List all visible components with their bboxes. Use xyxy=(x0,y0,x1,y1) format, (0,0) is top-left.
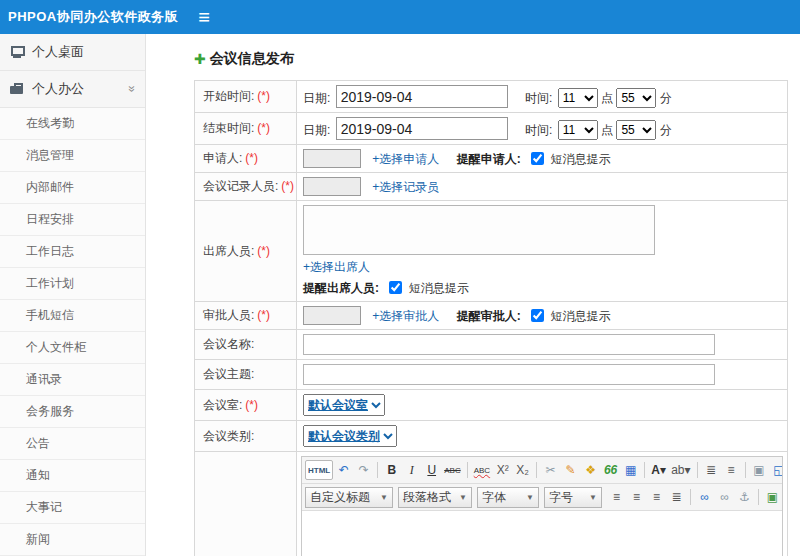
editor-toolbar-row2: 自定义标题▼ 段落格式▼ 字体▼ 字号▼ ≡ ≡ xyxy=(302,484,782,511)
pencil-icon[interactable]: ✎ xyxy=(561,460,580,480)
sidebar-item[interactable]: 会务服务 xyxy=(0,396,145,428)
emoticon-icon[interactable]: ▦ xyxy=(621,460,640,480)
approver-sms-checkbox[interactable] xyxy=(531,309,544,322)
pick-attendees-link[interactable]: +选择出席人 xyxy=(303,260,370,274)
date-label: 日期: xyxy=(303,91,330,105)
superscript-icon[interactable]: X² xyxy=(493,460,512,480)
sidebar-item[interactable]: 内部邮件 xyxy=(0,172,145,204)
sidebar-item[interactable]: 在线考勤 xyxy=(0,108,145,140)
row-start-time: 开始时间:(*) 日期: 时间: 11 点 55 分 xyxy=(195,81,788,113)
pick-recorder-link[interactable]: +选择记录员 xyxy=(372,180,439,194)
font-color-icon[interactable]: A▾ xyxy=(649,460,668,480)
editor-content-area[interactable] xyxy=(302,511,782,556)
ordered-list-icon[interactable]: ≣ xyxy=(702,460,721,480)
paragraph-format-select[interactable]: 段落格式▼ xyxy=(398,487,472,508)
row-meeting-name: 会议名称: xyxy=(195,330,788,360)
toolbar-separator xyxy=(690,489,691,505)
sidebar-item[interactable]: 通知 xyxy=(0,460,145,492)
sidebar-item-label: 个人办公 xyxy=(32,80,84,98)
chevron-down-icon: « xyxy=(125,86,139,93)
recorder-input[interactable] xyxy=(303,177,361,196)
field-label: 会议主题: xyxy=(203,367,254,381)
cut-icon[interactable]: ✂ xyxy=(541,460,560,480)
attendees-textarea[interactable] xyxy=(303,205,655,255)
fullscreen-icon[interactable]: ◱ xyxy=(770,460,783,480)
menu-icon[interactable]: ≡ xyxy=(198,7,210,27)
blockquote-icon[interactable]: 66 xyxy=(601,460,620,480)
redo-icon[interactable]: ↷ xyxy=(354,460,373,480)
sidebar-item-personal-office[interactable]: 个人办公 « xyxy=(0,71,145,108)
sidebar-item[interactable]: 工作计划 xyxy=(0,268,145,300)
applicant-input[interactable] xyxy=(303,149,361,168)
align-right-icon[interactable]: ≡ xyxy=(647,487,666,507)
sidebar-office-items: 在线考勤 消息管理 内部邮件 日程安排 工作日志 工作计划 手机短信 个人文件柜… xyxy=(0,108,145,556)
subscript-icon[interactable]: X₂ xyxy=(513,460,532,480)
row-approver: 审批人员:(*) +选择审批人 提醒审批人: 短消息提示 xyxy=(195,302,788,330)
sidebar-item[interactable]: 日程安排 xyxy=(0,204,145,236)
strikethrough-icon[interactable]: ABC xyxy=(442,460,462,480)
sidebar-item[interactable]: 大事记 xyxy=(0,492,145,524)
html-source-button[interactable]: HTML xyxy=(305,460,333,480)
spellcheck-icon[interactable]: ABC xyxy=(472,460,492,480)
paste-icon[interactable]: ▣ xyxy=(750,460,769,480)
pick-applicant-link[interactable]: +选择申请人 xyxy=(372,152,439,166)
font-size-select[interactable]: 字号▼ xyxy=(544,487,602,508)
start-date-input[interactable] xyxy=(336,85,508,108)
sidebar-item[interactable]: 公告 xyxy=(0,428,145,460)
meeting-category-select[interactable]: 默认会议类别 xyxy=(303,425,397,447)
font-family-select[interactable]: 字体▼ xyxy=(477,487,539,508)
field-label: 会议室: xyxy=(203,398,242,412)
sms-label: 短消息提示 xyxy=(550,152,610,166)
field-label: 开始时间: xyxy=(203,89,254,103)
pick-approver-link[interactable]: +选择审批人 xyxy=(372,309,439,323)
unlink-icon[interactable]: ∞ xyxy=(715,487,734,507)
remind-applicant-label: 提醒申请人: xyxy=(457,152,521,166)
attendees-sms-checkbox[interactable] xyxy=(389,281,402,294)
remind-attendees-label: 提醒出席人员: xyxy=(303,281,379,295)
sidebar-item[interactable]: 通讯录 xyxy=(0,364,145,396)
end-minute-select[interactable]: 55 xyxy=(616,120,656,140)
hour-unit: 点 xyxy=(601,123,613,137)
link-icon[interactable]: ∞ xyxy=(695,487,714,507)
bold-icon[interactable]: B xyxy=(382,460,401,480)
page-title: ✚ 会议信息发布 xyxy=(194,44,790,68)
unordered-list-icon[interactable]: ≡ xyxy=(722,460,741,480)
undo-icon[interactable]: ↶ xyxy=(334,460,353,480)
field-label: 会议名称: xyxy=(203,337,254,351)
sidebar-item[interactable]: 手机短信 xyxy=(0,300,145,332)
start-hour-select[interactable]: 11 xyxy=(558,88,598,108)
toolbar-separator xyxy=(745,462,746,478)
align-justify-icon[interactable]: ≣ xyxy=(667,487,686,507)
sidebar-item-personal-desktop[interactable]: 个人桌面 xyxy=(0,34,145,71)
approver-input[interactable] xyxy=(303,306,361,325)
topbar: PHPOA协同办公软件政务版 ≡ xyxy=(0,0,800,34)
meeting-name-input[interactable] xyxy=(303,334,715,355)
applicant-sms-checkbox[interactable] xyxy=(531,152,544,165)
minute-unit: 分 xyxy=(660,91,672,105)
required-marker: (*) xyxy=(245,398,258,412)
highlight-color-icon[interactable]: ab▾ xyxy=(669,460,692,480)
sidebar-item[interactable]: 工作日志 xyxy=(0,236,145,268)
meeting-room-select[interactable]: 默认会议室 xyxy=(303,394,385,416)
heading-select[interactable]: 自定义标题▼ xyxy=(305,487,393,508)
align-left-icon[interactable]: ≡ xyxy=(607,487,626,507)
format-brush-icon[interactable]: ❖ xyxy=(581,460,600,480)
anchor-icon[interactable]: ⚓ xyxy=(735,487,754,507)
required-marker: (*) xyxy=(257,308,270,322)
italic-icon[interactable]: I xyxy=(402,460,421,480)
underline-icon[interactable]: U xyxy=(422,460,441,480)
align-center-icon[interactable]: ≡ xyxy=(627,487,646,507)
end-hour-select[interactable]: 11 xyxy=(558,120,598,140)
image-icon[interactable]: ▣ xyxy=(763,487,782,507)
field-label: 会议类别: xyxy=(203,429,254,443)
sms-label: 短消息提示 xyxy=(550,309,610,323)
meeting-subject-input[interactable] xyxy=(303,364,715,385)
sidebar-item[interactable]: 个人文件柜 xyxy=(0,332,145,364)
sidebar-item[interactable]: 消息管理 xyxy=(0,140,145,172)
field-label: 申请人: xyxy=(203,151,242,165)
start-minute-select[interactable]: 55 xyxy=(616,88,656,108)
required-marker: (*) xyxy=(257,121,270,135)
sidebar-item[interactable]: 新闻 xyxy=(0,524,145,556)
end-date-input[interactable] xyxy=(336,117,508,140)
chevron-down-icon: ▼ xyxy=(526,493,534,502)
